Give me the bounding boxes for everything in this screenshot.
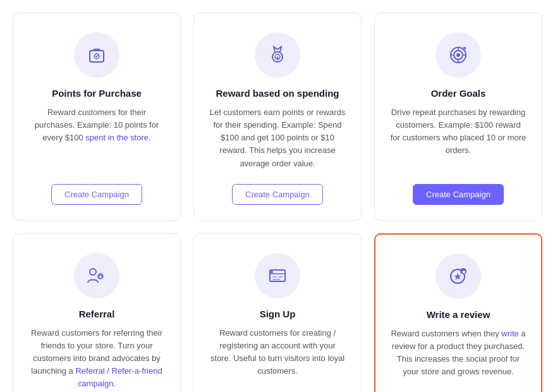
svg-rect-13 xyxy=(272,276,277,278)
card-title: Sign Up xyxy=(260,309,296,319)
create-campaign-button[interactable]: Create Campaign xyxy=(413,184,504,205)
medal-icon: ★ xyxy=(255,32,300,78)
create-campaign-button[interactable]: Create Campaign xyxy=(51,184,142,205)
svg-text:+: + xyxy=(99,274,102,280)
svg-text:★: ★ xyxy=(276,56,279,60)
campaign-grid: Points for Purchase Reward customers for… xyxy=(13,13,542,392)
svg-rect-14 xyxy=(278,276,283,278)
signup-icon xyxy=(255,253,300,298)
card-description: Drive repeat purchases by rewarding cust… xyxy=(390,106,527,170)
campaign-card-order-goals: Order Goals Drive repeat purchases by re… xyxy=(374,13,542,221)
campaign-card-write-a-review: ★ Write a review Reward customers when t… xyxy=(374,233,542,392)
campaign-card-referral: + Referral Reward customers for referrin… xyxy=(13,233,181,392)
bag-icon xyxy=(74,32,119,78)
card-description: Reward customers for their purchases. Ex… xyxy=(28,106,165,170)
card-title: Referral xyxy=(79,309,115,319)
card-title: Order Goals xyxy=(431,88,486,99)
target-icon xyxy=(436,32,481,78)
svg-point-16 xyxy=(271,271,273,273)
card-description: Reward customers when they write a revie… xyxy=(391,328,526,390)
svg-rect-15 xyxy=(272,279,280,280)
svg-point-7 xyxy=(456,53,460,57)
svg-point-8 xyxy=(90,269,96,275)
card-title: Reward based on spending xyxy=(216,88,339,99)
card-title: Write a review xyxy=(427,309,491,320)
svg-text:★: ★ xyxy=(461,269,467,274)
campaign-card-reward-based-on-spending: ★ Reward based on spending Let customers… xyxy=(193,13,362,221)
referral-icon: + xyxy=(74,253,119,298)
campaign-card-points-for-purchase: Points for Purchase Reward customers for… xyxy=(13,13,181,221)
card-description: Reward customers for creating / register… xyxy=(209,327,346,391)
card-description: Reward customers for referring their fri… xyxy=(28,327,165,391)
card-title: Points for Purchase xyxy=(52,88,142,99)
create-campaign-button[interactable]: Create Campaign xyxy=(232,184,323,205)
card-description: Let customers earn points or rewards for… xyxy=(209,106,346,170)
campaign-card-sign-up: Sign Up Reward customers for creating / … xyxy=(193,233,362,392)
review-icon: ★ xyxy=(436,254,481,299)
